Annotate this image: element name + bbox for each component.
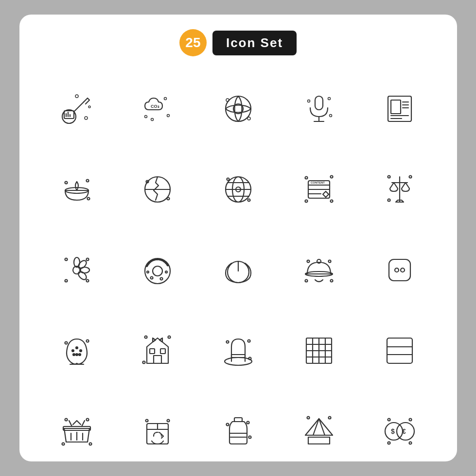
svg-rect-84 bbox=[389, 259, 410, 281]
svg-point-71 bbox=[150, 277, 153, 279]
svg-point-92 bbox=[79, 354, 81, 356]
svg-rect-102 bbox=[231, 355, 245, 357]
count-badge: 25 bbox=[179, 29, 207, 56]
microphone-icon bbox=[281, 71, 357, 147]
svg-point-135 bbox=[248, 436, 251, 439]
pilgrim-hat-icon bbox=[200, 313, 276, 389]
svg-point-54 bbox=[330, 200, 333, 203]
document-icon bbox=[362, 71, 438, 147]
svg-point-11 bbox=[167, 115, 169, 117]
celtic-knot-icon bbox=[200, 71, 276, 147]
icon-grid: CO₂ bbox=[39, 71, 438, 469]
svg-point-82 bbox=[305, 280, 307, 282]
svg-point-44 bbox=[227, 178, 229, 181]
svg-point-80 bbox=[307, 260, 309, 263]
svg-rect-17 bbox=[315, 96, 323, 110]
svg-point-9 bbox=[144, 116, 147, 118]
svg-point-125 bbox=[89, 443, 91, 445]
svg-point-59 bbox=[388, 199, 390, 202]
svg-point-124 bbox=[62, 443, 64, 445]
svg-point-103 bbox=[226, 341, 229, 343]
svg-point-139 bbox=[307, 417, 309, 419]
svg-point-99 bbox=[168, 336, 170, 339]
svg-point-95 bbox=[86, 340, 88, 342]
svg-point-70 bbox=[153, 266, 162, 276]
shopping-basket-icon bbox=[39, 393, 115, 469]
svg-point-87 bbox=[72, 350, 74, 352]
svg-point-136 bbox=[226, 424, 229, 426]
svg-point-134 bbox=[247, 422, 249, 424]
svg-point-52 bbox=[330, 176, 333, 178]
svg-point-145 bbox=[388, 419, 390, 421]
svg-point-32 bbox=[86, 180, 88, 182]
svg-point-65 bbox=[65, 258, 67, 261]
svg-point-45 bbox=[247, 199, 250, 202]
svg-point-51 bbox=[305, 177, 307, 179]
diamond-box-icon bbox=[281, 393, 357, 469]
svg-rect-97 bbox=[160, 349, 165, 354]
svg-text:CONTENT: CONTENT bbox=[311, 181, 325, 184]
svg-point-74 bbox=[147, 271, 149, 273]
svg-point-5 bbox=[75, 95, 78, 98]
svg-point-104 bbox=[247, 340, 250, 342]
grid-pattern-icon bbox=[281, 313, 357, 389]
water-bottle-icon bbox=[200, 393, 276, 469]
svg-point-66 bbox=[86, 280, 88, 282]
haunted-house-icon bbox=[120, 313, 195, 389]
svg-point-147 bbox=[388, 442, 390, 444]
svg-text:$: $ bbox=[391, 427, 395, 435]
svg-rect-96 bbox=[150, 349, 155, 354]
svg-point-122 bbox=[65, 419, 67, 421]
svg-point-90 bbox=[76, 354, 78, 356]
globe-network-icon bbox=[200, 152, 276, 227]
svg-rect-24 bbox=[391, 100, 401, 114]
svg-point-53 bbox=[305, 200, 307, 203]
svg-point-20 bbox=[307, 100, 310, 102]
svg-point-68 bbox=[86, 258, 88, 261]
power-button-icon bbox=[200, 232, 276, 308]
svg-point-12 bbox=[151, 119, 153, 121]
main-card: 25 Icon Set CO₂ bbox=[19, 15, 457, 461]
svg-line-117 bbox=[69, 421, 72, 426]
svg-point-21 bbox=[328, 98, 330, 100]
icon-set-title: Icon Set bbox=[212, 31, 297, 55]
svg-point-13 bbox=[226, 96, 251, 121]
flower-pattern-icon bbox=[39, 232, 115, 308]
svg-text:CO₂: CO₂ bbox=[151, 104, 159, 109]
egg-dots-icon bbox=[39, 313, 115, 389]
svg-point-58 bbox=[409, 176, 411, 178]
svg-point-10 bbox=[164, 98, 166, 100]
svg-point-146 bbox=[409, 419, 411, 421]
svg-point-98 bbox=[144, 336, 147, 339]
power-socket-icon bbox=[362, 232, 438, 308]
currency-exchange-icon: $ € bbox=[362, 393, 438, 469]
svg-point-81 bbox=[328, 260, 331, 263]
svg-line-118 bbox=[82, 421, 85, 426]
svg-point-37 bbox=[167, 198, 169, 200]
svg-point-140 bbox=[328, 417, 331, 419]
cracked-earth-icon bbox=[120, 152, 195, 227]
svg-rect-113 bbox=[387, 338, 412, 363]
svg-point-101 bbox=[225, 357, 252, 365]
svg-point-64 bbox=[77, 270, 88, 281]
svg-point-72 bbox=[160, 278, 162, 280]
svg-point-89 bbox=[80, 350, 82, 352]
svg-point-62 bbox=[77, 259, 88, 270]
svg-point-31 bbox=[65, 182, 67, 184]
content-edit-icon: CONTENT bbox=[281, 152, 357, 227]
co2-cloud-icon: CO₂ bbox=[120, 71, 195, 147]
svg-point-86 bbox=[401, 268, 405, 272]
svg-rect-131 bbox=[234, 418, 242, 422]
svg-point-100 bbox=[142, 361, 145, 364]
header: 25 Icon Set bbox=[179, 29, 297, 56]
analytics-search-icon bbox=[39, 71, 115, 147]
svg-point-129 bbox=[145, 420, 148, 422]
svg-point-130 bbox=[167, 420, 169, 422]
svg-point-73 bbox=[165, 271, 167, 273]
svg-point-7 bbox=[88, 106, 90, 108]
food-dome-icon bbox=[281, 232, 357, 308]
svg-point-22 bbox=[329, 115, 332, 117]
svg-point-6 bbox=[85, 117, 88, 119]
svg-point-91 bbox=[73, 354, 75, 356]
svg-point-94 bbox=[65, 342, 67, 344]
